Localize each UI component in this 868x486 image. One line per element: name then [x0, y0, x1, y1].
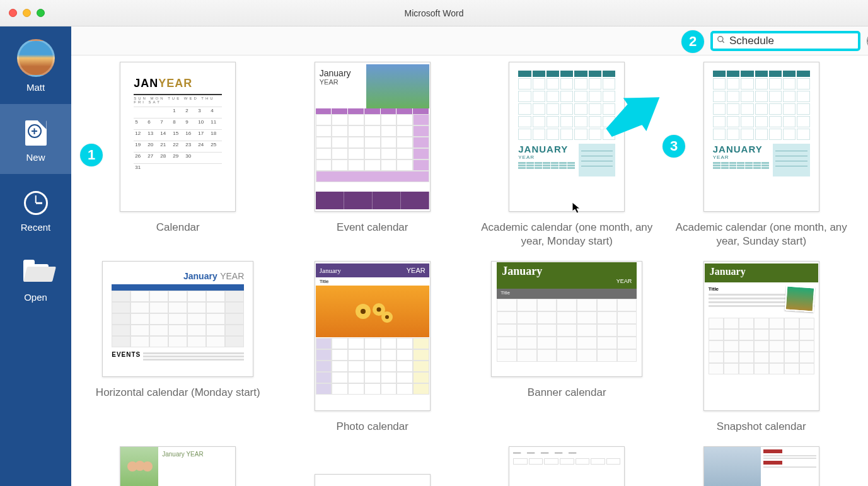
- template-thumbnail: JANUARY YEAR: [703, 62, 819, 212]
- search-field[interactable]: ✕: [710, 31, 860, 51]
- sidebar-item-label: Recent: [21, 222, 51, 233]
- template-thumbnail: JanuaryYEAR: [315, 62, 431, 212]
- template-card[interactable]: JANUARY YEAR Academic calendar (one mont…: [668, 62, 856, 248]
- svg-point-6: [376, 308, 381, 312]
- template-thumbnail: JanuaryYEAR Title: [315, 261, 431, 411]
- template-card[interactable]: JanuaryYEAR Title: [279, 261, 467, 434]
- search-toolbar: ✕: [71, 26, 868, 55]
- sidebar-item-recent[interactable]: Recent: [0, 174, 71, 244]
- template-label: Event calendar: [337, 221, 408, 234]
- template-card[interactable]: JanuaryYEAR: [279, 62, 467, 234]
- window-title: Microsoft Word: [0, 8, 868, 18]
- svg-point-0: [718, 36, 723, 41]
- template-label: Horizontal calendar (Monday start): [96, 386, 260, 400]
- folder-icon: [23, 264, 49, 282]
- template-card[interactable]: January Title: [668, 261, 856, 434]
- sidebar-user[interactable]: Matt: [0, 26, 71, 104]
- annotation-arrow-icon: [605, 87, 674, 146]
- template-label: Academic calendar (one month, any year, …: [478, 221, 655, 248]
- svg-line-1: [722, 40, 724, 42]
- clock-icon: [24, 191, 48, 215]
- template-card[interactable]: [668, 446, 856, 486]
- template-thumbnail: January YEAR EVENTS: [102, 261, 253, 377]
- template-thumbnail: ━━━━━━━━━━━━━━━: [509, 446, 625, 486]
- template-label: Photo calendar: [337, 420, 408, 434]
- sidebar-item-label: New: [26, 152, 45, 163]
- template-label: Academic calendar (one month, any year, …: [673, 221, 850, 248]
- template-thumbnail: January YEAR: [120, 446, 236, 486]
- mouse-cursor-icon: [572, 202, 582, 214]
- new-document-icon: [25, 120, 47, 146]
- svg-marker-11: [605, 87, 671, 144]
- main-panel: ✕ JANYEAR SUN MON TUE WED THU FRI SAT 12…: [71, 26, 868, 486]
- svg-point-10: [142, 461, 153, 472]
- template-thumbnail: [315, 474, 431, 486]
- template-card[interactable]: [279, 446, 467, 486]
- template-label: Banner calendar: [528, 386, 606, 400]
- template-gallery[interactable]: JANYEAR SUN MON TUE WED THU FRI SAT 1234…: [71, 55, 868, 486]
- template-thumbnail: JANYEAR SUN MON TUE WED THU FRI SAT 1234…: [120, 62, 236, 212]
- template-thumbnail: [703, 446, 819, 486]
- search-input[interactable]: [729, 35, 863, 47]
- avatar: [17, 39, 55, 77]
- sidebar: Matt New Recent Open: [0, 26, 71, 486]
- user-name: Matt: [26, 82, 45, 93]
- template-card[interactable]: JanuaryYEAR Title Banner calendar: [473, 261, 661, 400]
- annotation-marker-2: 2: [681, 30, 704, 53]
- titlebar: Microsoft Word: [0, 0, 868, 26]
- sidebar-item-open[interactable]: Open: [0, 244, 71, 314]
- template-label: Calendar: [156, 221, 200, 234]
- search-icon: [717, 35, 726, 47]
- template-thumbnail: January Title: [703, 261, 819, 411]
- sidebar-item-new[interactable]: New: [0, 104, 71, 174]
- annotation-marker-1: 1: [80, 144, 103, 166]
- svg-point-7: [385, 315, 389, 319]
- template-card[interactable]: January YEAR: [84, 446, 272, 486]
- template-card[interactable]: JANYEAR SUN MON TUE WED THU FRI SAT 1234…: [84, 62, 272, 234]
- template-card[interactable]: ━━━━━━━━━━━━━━━: [473, 446, 661, 486]
- template-label: Snapshot calendar: [717, 420, 806, 434]
- template-card[interactable]: January YEAR EVENTS Ho: [84, 261, 272, 400]
- sidebar-item-label: Open: [24, 292, 47, 303]
- template-thumbnail: JanuaryYEAR Title: [491, 261, 642, 377]
- svg-point-5: [361, 309, 366, 314]
